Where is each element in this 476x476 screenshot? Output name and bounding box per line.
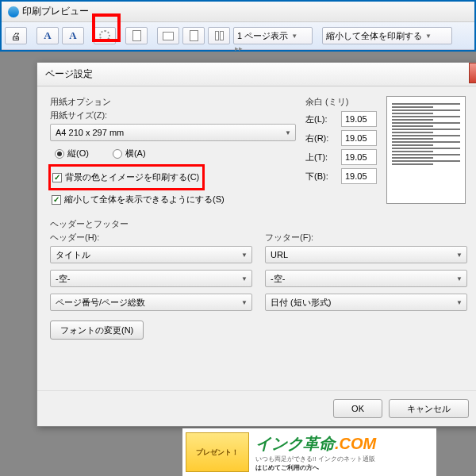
present-banner: プレゼント！ [186,432,249,472]
paper-size-select[interactable]: A4 210 x 297 mm [50,124,296,141]
window-title: 印刷プレビュー [22,5,89,18]
margin-right-label: 右(R): [305,132,335,144]
margin-right-input[interactable]: 19.05 [341,130,377,146]
footer-3-select[interactable]: 日付 (短い形式) [265,294,467,311]
page-wide-icon [163,32,174,40]
page-preview [386,96,466,204]
split-handle[interactable] [235,44,243,63]
margin-bottom-label: 下(B): [305,171,335,182]
paper-options-label: 用紙オプション [50,96,296,108]
checkbox-icon [52,195,61,205]
dialog-title-bar: ページ設定 [37,63,476,86]
footer-1-select[interactable]: URL [265,246,467,263]
page-display-select[interactable]: 1 ページ表示 [233,27,313,44]
cancel-button[interactable]: キャンセル [389,399,469,418]
landscape-button[interactable]: A [62,27,84,44]
pages-icon [215,31,224,40]
printer-icon [11,29,21,43]
margin-left-label: 左(L): [305,113,335,125]
footer-2-select[interactable]: -空- [265,270,467,287]
orientation-portrait-radio[interactable]: 縦(O) [55,148,89,159]
multi-page-button[interactable] [208,27,230,44]
radio-icon [55,149,64,159]
page-icon [132,30,141,41]
change-font-button[interactable]: フォントの変更(N) [50,321,144,340]
headers-toggle-button[interactable] [125,27,148,44]
checkbox-icon [52,173,62,182]
margins-label: 余白 (ミリ) [305,96,377,108]
paper-size-label: 用紙サイズ(Z): [50,109,296,121]
background-content: プレゼント！ インク革命.COM いつも両足ができる!! インクのネット通販 は… [182,428,436,476]
header-footer-group-label: ヘッダーとフッター [50,218,467,230]
page-setup-dialog: ページ設定 用紙オプション 用紙サイズ(Z): A4 210 x 297 mm … [36,62,476,427]
full-width-button[interactable] [157,27,179,44]
letter-a-icon: A [69,29,76,42]
header-1-select[interactable]: タイトル [50,246,252,263]
shrink-to-fit-checkbox[interactable]: 縮小して全体を表示できるようにする(S) [52,194,296,205]
header-label: ヘッダー(H): [50,232,252,244]
dialog-title: ページ設定 [45,68,93,79]
orientation-landscape-radio[interactable]: 横(A) [113,148,146,159]
margin-left-input[interactable]: 19.05 [341,111,377,127]
print-background-checkbox[interactable]: 背景の色とイメージを印刷する(C) [52,171,199,183]
letter-a-icon: A [44,29,51,42]
page-icon [190,30,198,41]
footer-label: フッター(F): [265,232,467,244]
margin-bottom-input[interactable]: 19.05 [341,168,377,184]
red-highlight-toolbar [92,13,121,42]
close-button[interactable] [469,63,476,83]
shrink-fit-select[interactable]: 縮小して全体を印刷する [322,27,452,44]
radio-icon [113,149,122,159]
header-2-select[interactable]: -空- [50,270,252,287]
margin-top-input[interactable]: 19.05 [341,149,377,165]
dialog-footer: OK キャンセル [37,390,476,426]
window-title-bar: 印刷プレビュー [2,2,474,22]
full-page-button[interactable] [182,27,205,44]
print-button[interactable] [5,27,27,44]
portrait-button[interactable]: A [36,27,59,44]
red-highlight-checkbox: 背景の色とイメージを印刷する(C) [48,164,205,190]
site-logo: インク革命.COM いつも両足ができる!! インクのネット通販 はじめてご利用の… [255,433,376,472]
ok-button[interactable]: OK [333,399,382,418]
header-3-select[interactable]: ページ番号/ページ総数 [50,294,252,311]
margin-top-label: 上(T): [305,152,335,163]
ie-icon [8,6,19,17]
